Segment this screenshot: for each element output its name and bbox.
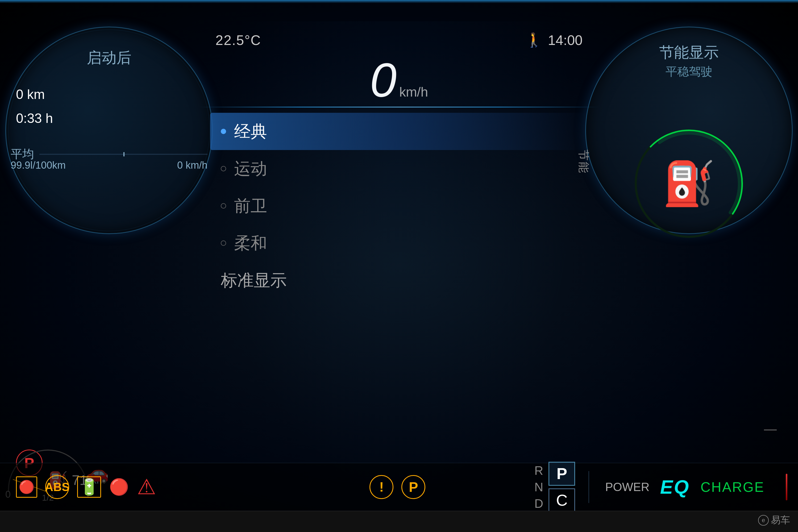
drive-mode-sport[interactable]: 运动 <box>210 150 588 187</box>
drive-mode-avant-label: 前卫 <box>234 195 267 217</box>
gear-boxes: P C <box>549 462 575 512</box>
charge-label: CHARGE <box>701 479 764 495</box>
gear-c-box: C <box>549 488 575 512</box>
standard-display-option[interactable]: 标准显示 <box>210 262 588 299</box>
drive-mode-soft-label: 柔和 <box>234 232 267 254</box>
drive-mode-sport-label: 运动 <box>234 157 267 180</box>
time-section: 🚶 14:00 <box>525 32 583 48</box>
drive-mode-dot-sport <box>221 166 226 171</box>
drive-mode-dot-soft <box>221 241 226 246</box>
fuel-ring-container: ⛽ <box>630 125 747 242</box>
temperature-display: 22.5°C <box>215 32 261 48</box>
red-indicator-bar <box>786 474 787 500</box>
drive-mode-soft[interactable]: 柔和 <box>210 225 588 262</box>
drive-mode-avant[interactable]: 前卫 <box>210 187 588 225</box>
fuel-consumption: 99.9l/100km 0 km/h <box>11 159 208 171</box>
watermark: e 易车 <box>758 513 790 527</box>
avg-bar <box>39 154 208 155</box>
abs-icon: ABS <box>45 475 69 499</box>
top-glow <box>0 0 798 3</box>
center-content: 22.5°C 🚶 14:00 0 km/h 经典 运动 前卫 <box>200 21 598 511</box>
gear-p-box: P <box>549 462 575 486</box>
gear-d: D <box>534 496 543 511</box>
separator-line <box>200 107 598 108</box>
right-gauge: 节能显示 平稳驾驶 ⛽ — <box>580 21 798 500</box>
time-display: 14:00 <box>548 32 583 48</box>
left-gauge-label: 启动后 <box>0 48 218 68</box>
right-gauge-sublabel: 平稳驾驶 <box>580 64 798 79</box>
warning-row: 🔴 ABS 🔋 🔴 ⚠ ! P R N D P <box>0 463 798 511</box>
divider-vertical <box>588 471 589 503</box>
power-label: POWER <box>605 480 649 494</box>
avg-bar-marker <box>124 152 125 156</box>
eco-label: 节能 <box>576 150 591 174</box>
steering-icon: 🔴 <box>109 477 129 496</box>
gear-letters: R N D <box>534 463 543 511</box>
center-warning-icons: ! P <box>269 475 527 499</box>
right-indicator <box>775 474 798 500</box>
drive-mode-classic[interactable]: 经典 <box>210 113 588 150</box>
right-fuel-display: ⛽ <box>596 91 782 277</box>
speed-display: 0 km/h <box>370 56 428 104</box>
fuel-consumption-value: 99.9l/100km <box>11 159 66 171</box>
p-circle-icon: P <box>401 475 425 499</box>
left-gauge-stats: 0 km 0:33 h <box>16 82 53 130</box>
gear-n: N <box>534 480 543 494</box>
bottom-bar <box>0 511 798 532</box>
gear-c-label: C <box>556 491 568 509</box>
drive-menu: 经典 运动 前卫 柔和 标准显示 <box>200 113 598 299</box>
duration-stat: 0:33 h <box>16 107 53 130</box>
exclamation-circle-icon: ! <box>369 475 394 499</box>
speed-value: 0 <box>370 56 397 104</box>
watermark-text: 易车 <box>771 514 790 527</box>
tire-pressure-icon: 🔴 <box>16 476 37 498</box>
left-gauge: 启动后 0 km 0:33 h 平均 99.9l/100km 0 km/h P <box>0 21 218 500</box>
fuel-pump-center-icon: ⛽ <box>662 162 716 205</box>
drive-mode-dot-avant <box>221 203 226 209</box>
collision-icon: ⚠ <box>137 475 156 499</box>
eq-label: EQ <box>660 476 690 498</box>
drive-mode-classic-label: 经典 <box>234 120 267 142</box>
right-gauge-label: 节能显示 <box>580 42 798 63</box>
watermark-logo: e <box>758 515 769 526</box>
distance-stat: 0 km <box>16 82 53 107</box>
gear-p-label: P <box>556 464 567 483</box>
gear-selector: R N D P C <box>527 462 583 512</box>
drive-mode-dot-classic <box>221 129 226 134</box>
person-warning-icon: 🚶 <box>525 32 543 48</box>
left-warning-icons: 🔴 ABS 🔋 🔴 ⚠ <box>0 475 269 499</box>
dashboard: 启动后 0 km 0:33 h 平均 99.9l/100km 0 km/h P <box>0 0 798 532</box>
top-bar: 22.5°C 🚶 14:00 <box>200 21 598 54</box>
speed-unit: km/h <box>399 84 428 100</box>
eq-section: POWER EQ CHARGE <box>594 476 775 498</box>
gear-r: R <box>534 463 543 478</box>
battery-icon: 🔋 <box>77 476 101 498</box>
right-gauge-zero: — <box>764 422 777 436</box>
